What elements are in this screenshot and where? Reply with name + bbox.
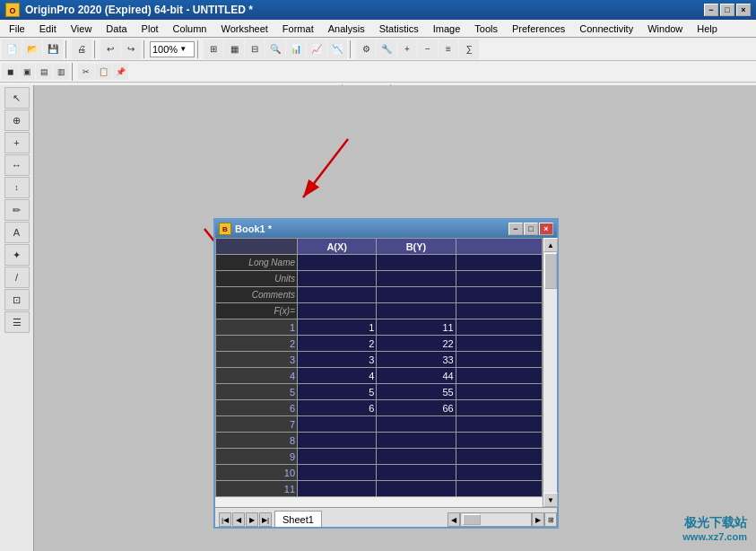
cell-8a[interactable] xyxy=(298,433,377,449)
zoom-control[interactable]: 100% ▼ xyxy=(150,41,195,57)
menu-tools[interactable]: Tools xyxy=(467,22,505,36)
cell-9a[interactable] xyxy=(298,449,377,465)
cell-2b[interactable]: 22 xyxy=(377,336,456,352)
tb2-btn-5[interactable]: ✂ xyxy=(78,64,94,80)
resize-h-tool[interactable]: ↔ xyxy=(4,154,30,176)
hscroll-thumb[interactable] xyxy=(463,514,481,525)
close-button[interactable]: × xyxy=(736,4,751,16)
hscroll-right[interactable]: ▶ xyxy=(532,512,544,527)
comments-b[interactable] xyxy=(377,287,456,303)
comments-c[interactable] xyxy=(456,287,542,303)
menu-data[interactable]: Data xyxy=(99,22,134,36)
cell-11b[interactable] xyxy=(377,481,456,497)
fx-c[interactable] xyxy=(456,303,542,319)
menu-image[interactable]: Image xyxy=(426,22,468,36)
tb-btn-8[interactable]: ⚙ xyxy=(356,39,376,59)
cell-10a[interactable] xyxy=(298,465,377,481)
tb2-btn-1[interactable]: ◼ xyxy=(2,64,18,80)
units-c[interactable] xyxy=(456,271,542,287)
cell-7c[interactable] xyxy=(456,416,542,433)
tb2-btn-6[interactable]: 📋 xyxy=(95,64,111,80)
tb-btn-5[interactable]: 📊 xyxy=(286,39,306,59)
menu-format[interactable]: Format xyxy=(275,22,321,36)
print-button[interactable]: 🖨 xyxy=(72,39,91,59)
tb-btn-3[interactable]: ⊟ xyxy=(245,39,265,59)
zoom-dropdown-icon[interactable]: ▼ xyxy=(179,45,187,53)
menu-window[interactable]: Window xyxy=(640,22,690,36)
maximize-button[interactable]: □ xyxy=(720,4,734,16)
menu-file[interactable]: File xyxy=(2,22,32,36)
hscroll-left[interactable]: ◀ xyxy=(448,512,460,527)
tb-btn-1[interactable]: ⊞ xyxy=(204,39,223,59)
cell-8b[interactable] xyxy=(377,433,456,449)
cell-3a[interactable]: 3 xyxy=(298,352,377,368)
undo-button[interactable]: ↩ xyxy=(100,39,120,59)
sheet-minimize-button[interactable]: − xyxy=(508,223,523,235)
redo-button[interactable]: ↪ xyxy=(121,39,141,59)
cell-5c[interactable] xyxy=(456,384,542,400)
sheet-tab-1[interactable]: Sheet1 xyxy=(274,511,322,527)
tb-btn-4[interactable]: 🔍 xyxy=(265,39,285,59)
cell-1b[interactable]: 11 xyxy=(377,319,456,336)
cell-4c[interactable] xyxy=(456,368,542,384)
fx-a[interactable] xyxy=(298,303,377,319)
minimize-button[interactable]: − xyxy=(704,4,718,16)
new-button[interactable]: 📄 xyxy=(2,39,22,59)
cell-6a[interactable]: 6 xyxy=(298,400,377,416)
cell-7b[interactable] xyxy=(377,416,456,433)
cell-6b[interactable]: 66 xyxy=(377,400,456,416)
cell-8c[interactable] xyxy=(456,433,542,449)
cell-11c[interactable] xyxy=(456,481,542,497)
menu-plot[interactable]: Plot xyxy=(135,22,166,36)
menu-preferences[interactable]: Preferences xyxy=(505,22,572,36)
tb-btn-10[interactable]: + xyxy=(397,39,417,59)
tb-btn-13[interactable]: ∑ xyxy=(459,39,479,59)
menu-analysis[interactable]: Analysis xyxy=(321,22,372,36)
cell-3c[interactable] xyxy=(456,352,542,368)
tb2-btn-3[interactable]: ▤ xyxy=(36,64,52,80)
menu-edit[interactable]: Edit xyxy=(32,22,64,36)
tab-first-button[interactable]: |◀ xyxy=(219,512,231,527)
tab-next-button[interactable]: ▶ xyxy=(246,512,258,527)
tb-btn-2[interactable]: ▦ xyxy=(224,39,244,59)
cell-10b[interactable] xyxy=(377,465,456,481)
cell-9c[interactable] xyxy=(456,449,542,465)
menu-help[interactable]: Help xyxy=(690,22,725,36)
data-tool[interactable]: ☰ xyxy=(4,311,30,333)
cell-6c[interactable] xyxy=(456,400,542,416)
cell-10c[interactable] xyxy=(456,465,542,481)
cell-7a[interactable] xyxy=(298,416,377,433)
sheet-maximize-button[interactable]: □ xyxy=(524,223,538,235)
tb2-btn-7[interactable]: 📌 xyxy=(112,64,128,80)
move-tool[interactable]: + xyxy=(4,132,30,153)
cell-4b[interactable]: 44 xyxy=(377,368,456,384)
tb-btn-11[interactable]: − xyxy=(418,39,438,59)
cell-9b[interactable] xyxy=(377,449,456,465)
scroll-down-button[interactable]: ▼ xyxy=(543,493,558,507)
cell-5b[interactable]: 55 xyxy=(377,384,456,400)
long-name-b[interactable] xyxy=(377,255,456,271)
units-b[interactable] xyxy=(377,271,456,287)
col-b-header[interactable]: B(Y) xyxy=(377,239,456,255)
menu-connectivity[interactable]: Connectivity xyxy=(572,22,640,36)
zoom-in-tool[interactable]: ⊕ xyxy=(4,109,30,131)
select-tool[interactable]: ↖ xyxy=(4,87,30,109)
scroll-up-button[interactable]: ▲ xyxy=(543,238,558,252)
cell-3b[interactable]: 33 xyxy=(377,352,456,368)
cell-1c[interactable] xyxy=(456,319,542,336)
cell-2a[interactable]: 2 xyxy=(298,336,377,352)
menu-worksheet[interactable]: Worksheet xyxy=(213,22,274,36)
draw-tool[interactable]: ✏ xyxy=(4,199,30,221)
menu-statistics[interactable]: Statistics xyxy=(372,22,426,36)
save-button[interactable]: 💾 xyxy=(43,39,63,59)
comments-a[interactable] xyxy=(298,287,377,303)
col-a-header[interactable]: A(X) xyxy=(298,239,377,255)
tb-btn-6[interactable]: 📈 xyxy=(307,39,326,59)
cell-11a[interactable] xyxy=(298,481,377,497)
resize-v-tool[interactable]: ↕ xyxy=(4,177,30,198)
fx-b[interactable] xyxy=(377,303,456,319)
menu-view[interactable]: View xyxy=(64,22,100,36)
text-tool[interactable]: A xyxy=(4,222,30,243)
cell-2c[interactable] xyxy=(456,336,542,352)
tb-btn-9[interactable]: 🔧 xyxy=(377,39,396,59)
